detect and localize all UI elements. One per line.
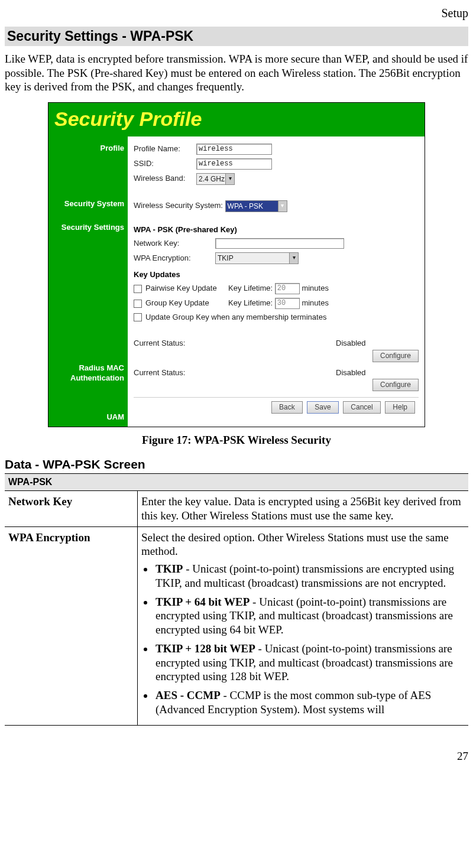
network-key-label: Network Key: <box>134 239 215 248</box>
pairwise-label: Pairwise Key Update <box>145 284 228 293</box>
sidebar-radius: Radius MAC Authentication <box>48 363 124 383</box>
update-group-terminate-checkbox[interactable] <box>134 313 142 321</box>
group-lifetime-input[interactable]: 30 <box>275 298 300 309</box>
wss-select[interactable]: WPA - PSK▾ <box>225 200 287 212</box>
intro-paragraph: Like WEP, data is encrypted before trans… <box>5 52 468 94</box>
group-checkbox[interactable] <box>134 300 142 308</box>
chevron-down-icon: ▾ <box>225 174 234 184</box>
group-label: Group Key Update <box>145 298 228 308</box>
profile-name-label: Profile Name: <box>134 144 196 154</box>
opt-tkip64: TKIP + 64 bit WEP - Unicast (point-to-po… <box>154 595 465 637</box>
key-updates-heading: Key Updates <box>134 270 419 279</box>
row-wpa-enc-label: WPA Encryption <box>5 526 138 725</box>
data-table: WPA-PSK Network Key Enter the key value.… <box>5 473 468 726</box>
chapter-header: Setup <box>5 4 468 21</box>
sidebar-uam: UAM <box>48 412 124 422</box>
wss-label: Wireless Security System: <box>134 201 223 210</box>
row-wpa-enc-desc: Select the desired option. Other Wireles… <box>138 526 469 725</box>
sidebar-security-settings: Security Settings <box>48 223 124 232</box>
back-button[interactable]: Back <box>271 401 303 414</box>
band-select[interactable]: 2.4 GHz▾ <box>196 173 235 185</box>
opt-tkip: TKIP - Unicast (point-to-point) transmis… <box>154 562 465 590</box>
profile-name-input[interactable]: wireless <box>196 144 272 155</box>
update-group-terminate-label: Update Group Key when any membership ter… <box>145 313 326 322</box>
uam-status-label: Current Status: <box>134 368 336 378</box>
chevron-down-icon: ▾ <box>289 253 298 264</box>
key-lifetime-label-1: Key Lifetime: <box>228 284 273 293</box>
screenshot-banner: Security Profile <box>48 103 425 136</box>
cancel-button[interactable]: Cancel <box>343 401 380 414</box>
figure-caption: Figure 17: WPA-PSK Wireless Security <box>5 433 468 447</box>
wpa-enc-label: WPA Encryption: <box>134 253 215 263</box>
network-key-input[interactable] <box>215 238 344 249</box>
screenshot-banner-text: Security Profile <box>54 108 202 130</box>
page-number: 27 <box>5 749 468 763</box>
uam-configure-button[interactable]: Configure <box>372 379 419 391</box>
row-network-key-desc: Enter the key value. Data is encrypted u… <box>138 491 469 527</box>
uam-status-value: Disabled <box>336 368 419 378</box>
sidebar-security-system: Security System <box>48 199 124 209</box>
chevron-down-icon: ▾ <box>278 201 287 212</box>
opt-aes: AES - CCMP - CCMP is the most common sub… <box>154 688 465 717</box>
section-title: Security Settings - WPA-PSK <box>5 27 468 46</box>
save-button[interactable]: Save <box>307 401 338 414</box>
radius-status-label: Current Status: <box>134 339 336 348</box>
opt-tkip128: TKIP + 128 bit WEP - Unicast (point-to-p… <box>154 642 465 684</box>
ssid-input[interactable]: wireless <box>196 158 272 170</box>
help-button[interactable]: Help <box>385 401 415 414</box>
screenshot-panel: Security Profile Profile Security System… <box>48 102 425 427</box>
wpa-enc-select[interactable]: TKIP▾ <box>215 252 299 264</box>
sidebar-profile: Profile <box>48 144 124 153</box>
minutes-label-1: minutes <box>302 284 329 293</box>
pairwise-checkbox[interactable] <box>134 285 142 293</box>
key-lifetime-label-2: Key Lifetime: <box>228 298 273 308</box>
radius-configure-button[interactable]: Configure <box>372 350 419 362</box>
psk-heading: WPA - PSK (Pre-shared Key) <box>134 225 419 235</box>
data-section-heading: Data - WPA-PSK Screen <box>5 457 468 472</box>
minutes-label-2: minutes <box>302 298 329 308</box>
pairwise-lifetime-input[interactable]: 20 <box>275 283 300 294</box>
band-label: Wireless Band: <box>134 174 196 183</box>
wpa-enc-intro: Select the desired option. Other Wireles… <box>141 531 449 558</box>
radius-status-value: Disabled <box>336 339 419 348</box>
ssid-label: SSID: <box>134 159 196 168</box>
table-group-wpa-psk: WPA-PSK <box>5 474 468 491</box>
row-network-key-label: Network Key <box>5 491 138 527</box>
